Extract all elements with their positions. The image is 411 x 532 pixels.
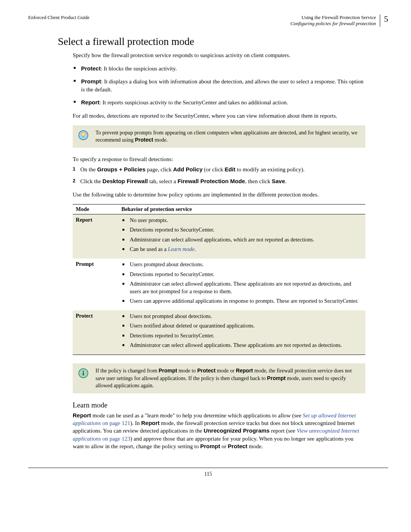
text-report: : It reports suspicious activity to the … [99, 99, 288, 105]
steps-list: 1 On the Groups + Policies page, click A… [73, 165, 365, 186]
lightbulb-icon [78, 130, 89, 142]
mode-bullet-list: Protect: It blocks the suspicious activi… [73, 64, 365, 107]
label-prompt: Prompt [81, 78, 101, 85]
info-icon [78, 368, 89, 380]
svg-rect-6 [83, 372, 84, 375]
header-right-line2: Configuring policies for firewall protec… [290, 21, 376, 27]
tip-bold: Protect [135, 137, 153, 143]
th-mode: Mode [73, 204, 118, 214]
text-prompt: : It displays a dialog box with informat… [81, 78, 363, 93]
cell-behavior-report: No user prompts. Detections reported to … [118, 214, 365, 259]
content: Select a firewall protection mode Specif… [28, 36, 388, 477]
svg-rect-2 [83, 136, 84, 137]
list-item: Users not prompted about detections. [121, 313, 362, 320]
cell-behavior-protect: Users not prompted about detections. Use… [118, 310, 365, 355]
table-row-report: Report No user prompts. Detections repor… [73, 214, 365, 259]
learn-mode-paragraph: Report mode can be used as a "learn mode… [73, 412, 365, 450]
list-item: Can be used as a Learn mode. [121, 246, 362, 253]
modes-table: Mode Behavior of protection service Repo… [73, 204, 365, 355]
header-right: Using the Firewall Protection Service Co… [290, 14, 388, 27]
list-item: Administrator can select allowed applica… [121, 342, 362, 349]
document-page: Enforced Client Product Guide Using the … [0, 0, 411, 492]
step-2-num: 2 [73, 177, 80, 186]
cell-mode-report: Report [73, 214, 118, 259]
list-item: Users can approve additional application… [121, 297, 362, 305]
list-item: Detections reported to SecurityCenter. [121, 226, 362, 234]
cell-mode-prompt: Prompt [73, 259, 118, 310]
cell-behavior-prompt: Users prompted about detections. Detecti… [118, 259, 365, 310]
th-behavior: Behavior of protection service [118, 204, 365, 214]
step-1-text: On the Groups + Policies page, click Add… [80, 165, 304, 174]
tip-note-text: To prevent popup prompts from appearing … [96, 129, 360, 144]
bullet-protect: Protect: It blocks the suspicious activi… [73, 64, 365, 73]
info-note-text: If the policy is changed from Prompt mod… [96, 367, 360, 390]
bullet-prompt: Prompt: It displays a dialog box with in… [73, 77, 365, 94]
learn-mode-link[interactable]: Learn mode [168, 246, 194, 252]
step-1: 1 On the Groups + Policies page, click A… [73, 165, 365, 174]
tip-note: To prevent popup prompts from appearing … [73, 125, 365, 148]
learn-mode-heading: Learn mode [73, 401, 365, 409]
list-item: Administrator can select allowed applica… [121, 280, 362, 295]
svg-point-5 [83, 371, 84, 372]
list-item: Users prompted about detections. [121, 261, 362, 268]
step-1-num: 1 [73, 165, 80, 174]
header-right-line1: Using the Firewall Protection Service [290, 14, 376, 21]
list-item: No user prompts. [121, 217, 362, 224]
table-lead-paragraph: Use the following table to determine how… [73, 191, 365, 198]
step-2: 2 Click the Desktop Firewall tab, select… [73, 177, 365, 186]
bullet-report: Report: It reports suspicious activity t… [73, 98, 365, 107]
header-divider [380, 14, 380, 27]
table-header-row: Mode Behavior of protection service [73, 204, 365, 214]
header-left-title: Enforced Client Product Guide [28, 14, 89, 21]
list-item: Administrator can select allowed applica… [121, 236, 362, 244]
label-protect: Protect [81, 65, 101, 72]
footer-rule [28, 468, 388, 468]
step-2-text: Click the Desktop Firewall tab, select a… [80, 177, 287, 186]
list-item: Users notified about deleted or quaranti… [121, 322, 362, 330]
header-right-text: Using the Firewall Protection Service Co… [290, 14, 376, 27]
tip-post: mode. [153, 137, 168, 143]
chapter-number: 5 [384, 14, 388, 23]
all-modes-paragraph: For all modes, detections are reported t… [73, 112, 365, 120]
page-header: Enforced Client Product Guide Using the … [28, 14, 388, 27]
page-number: 115 [28, 471, 388, 477]
table-row-protect: Protect Users not prompted about detecti… [73, 310, 365, 355]
label-report: Report [81, 99, 99, 105]
list-item: Detections reported to SecurityCenter. [121, 332, 362, 340]
list-item: Detections reported to SecurityCenter. [121, 271, 362, 278]
text-protect: : It blocks the suspicious activity. [101, 66, 177, 72]
intro-paragraph: Specify how the firewall protection serv… [73, 51, 365, 59]
cell-mode-protect: Protect [73, 310, 118, 355]
specify-lead: To specify a response to firewall detect… [73, 155, 365, 163]
section-title: Select a firewall protection mode [58, 36, 388, 48]
info-note: If the policy is changed from Prompt mod… [73, 363, 365, 393]
table-row-prompt: Prompt Users prompted about detections. … [73, 259, 365, 310]
page-footer: 115 [28, 468, 388, 477]
